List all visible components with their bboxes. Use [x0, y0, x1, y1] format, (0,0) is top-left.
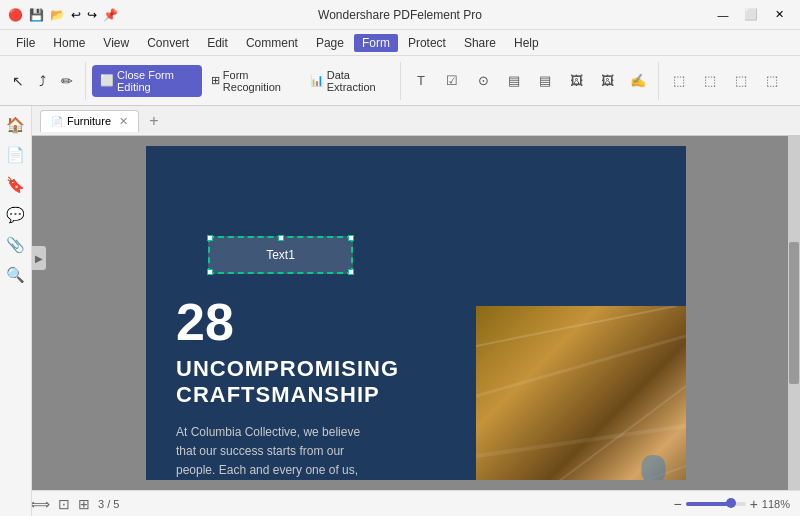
pin-icon[interactable]: 📌 — [103, 8, 118, 22]
maximize-button[interactable]: ⬜ — [738, 5, 764, 25]
menu-comment[interactable]: Comment — [238, 34, 306, 52]
scrollbar-thumb[interactable] — [789, 242, 799, 384]
extra-btn4[interactable]: ⬚ — [758, 67, 786, 95]
menu-home[interactable]: Home — [45, 34, 93, 52]
close-button[interactable]: ✕ — [766, 5, 792, 25]
title-bar: 🔴 💾 📂 ↩ ↪ 📌 Wondershare PDFelement Pro —… — [0, 0, 800, 30]
sign-btn[interactable]: ✍ — [624, 67, 652, 95]
tab-bar: 📄 Furniture ✕ + — [32, 106, 800, 136]
fit-width-icon[interactable]: ⟺ — [30, 496, 50, 512]
sidebar-attach-icon[interactable]: 📎 — [3, 232, 29, 258]
menu-help[interactable]: Help — [506, 34, 547, 52]
page-number: 28 — [176, 296, 656, 348]
list-btn[interactable]: ▤ — [531, 67, 559, 95]
page-text-content: 28 UNCOMPROMISING CRAFTSMANSHIP At Colum… — [176, 296, 656, 480]
zoom-slider[interactable] — [686, 502, 746, 506]
panel-expand-arrow[interactable]: ▶ — [32, 246, 46, 270]
page-heading: UNCOMPROMISING CRAFTSMANSHIP — [176, 356, 656, 409]
view-mode-icon[interactable]: ⊡ — [58, 496, 70, 512]
zoom-level: 118% — [762, 498, 790, 510]
pdf-page: Text1 👤 28 UNCOMPROMISING — [146, 146, 686, 480]
zoom-out-btn[interactable]: − — [673, 496, 681, 512]
tab-label: Furniture — [67, 115, 111, 127]
redo-icon[interactable]: ↪ — [87, 8, 97, 22]
statusbar-right: − + 118% — [673, 496, 790, 512]
open-icon[interactable]: 📂 — [50, 8, 65, 22]
sidebar-bookmark-icon[interactable]: 🔖 — [3, 172, 29, 198]
combo-btn[interactable]: ▤ — [500, 67, 528, 95]
toolbar-group-insert: T ☑ ⊙ ▤ ▤ 🖼 🖼 ✍ — [407, 62, 659, 100]
toolbar-group-extra: ⬚ ⬚ ⬚ ⬚ — [665, 62, 792, 100]
data-extraction-button[interactable]: 📊 Data Extraction — [304, 66, 394, 96]
main-content-area: Text1 👤 28 UNCOMPROMISING — [32, 136, 800, 490]
text-field-btn[interactable]: T — [407, 67, 435, 95]
select-tool-btn[interactable]: ↖ — [6, 70, 30, 92]
text-field-label: Text1 — [266, 248, 295, 262]
menu-share[interactable]: Share — [456, 34, 504, 52]
form-toolbar: ↖ ⤴ ✏ ⬜ Close Form Editing ⊞ Form Recogn… — [0, 56, 800, 106]
undo-icon[interactable]: ↩ — [71, 8, 81, 22]
select-icon: ↖ — [12, 73, 24, 89]
vertical-scrollbar[interactable] — [788, 136, 800, 490]
image-btn[interactable]: 🖼 — [562, 67, 590, 95]
sidebar-home-icon[interactable]: 🏠 — [3, 112, 29, 138]
zoom-handle[interactable] — [726, 498, 736, 508]
resize-handle-br[interactable] — [348, 269, 354, 275]
radio-btn[interactable]: ⊙ — [469, 67, 497, 95]
page-paragraph1: At Columbia Collective, we believe that … — [176, 423, 376, 480]
menu-edit[interactable]: Edit — [199, 34, 236, 52]
pencil-icon: ✏ — [61, 73, 73, 89]
photo-btn[interactable]: 🖼 — [593, 67, 621, 95]
sidebar-comment-icon[interactable]: 💬 — [3, 202, 29, 228]
status-bar: ⊞ ⟺ ⊡ ⊞ 3 / 5 − + 118% — [0, 490, 800, 516]
text-cursor-icon: ⤴ — [39, 73, 46, 89]
extra-btn3[interactable]: ⬚ — [727, 67, 755, 95]
left-sidebar: 🏠 📄 🔖 💬 📎 🔍 — [0, 106, 32, 516]
zoom-fill — [686, 502, 728, 506]
app-icon: 🔴 — [8, 8, 23, 22]
minimize-button[interactable]: — — [710, 5, 736, 25]
menu-page[interactable]: Page — [308, 34, 352, 52]
zoom-in-btn[interactable]: + — [750, 496, 758, 512]
doc-icon: 📄 — [51, 116, 63, 127]
close-form-label: Close Form Editing — [117, 69, 194, 93]
toolbar-group-main: ↖ ⤴ ✏ — [6, 62, 86, 100]
text-tool-btn[interactable]: ⤴ — [33, 70, 52, 92]
add-tab-btn[interactable]: + — [143, 110, 165, 132]
page-info: 3 / 5 — [98, 498, 119, 510]
resize-handle-tr[interactable] — [348, 235, 354, 241]
resize-handle-tl[interactable] — [207, 235, 213, 241]
data-extraction-label: Data Extraction — [327, 69, 388, 93]
pencil-tool-btn[interactable]: ✏ — [55, 70, 79, 92]
menu-view[interactable]: View — [95, 34, 137, 52]
menu-protect[interactable]: Protect — [400, 34, 454, 52]
grid-view-icon[interactable]: ⊞ — [78, 496, 90, 512]
heading-line2: CRAFTSMANSHIP — [176, 382, 656, 408]
window-controls: — ⬜ ✕ — [710, 5, 792, 25]
menu-bar: File Home View Convert Edit Comment Page… — [0, 30, 800, 56]
titlebar-left: 🔴 💾 📂 ↩ ↪ 📌 — [8, 8, 118, 22]
resize-handle-bl[interactable] — [207, 269, 213, 275]
furniture-tab[interactable]: 📄 Furniture ✕ — [40, 110, 139, 132]
sidebar-pages-icon[interactable]: 📄 — [3, 142, 29, 168]
resize-handle-tm[interactable] — [278, 235, 284, 241]
form-recognition-button[interactable]: ⊞ Form Recognition — [205, 66, 301, 96]
menu-convert[interactable]: Convert — [139, 34, 197, 52]
checkbox-btn[interactable]: ☑ — [438, 67, 466, 95]
sidebar-search-icon[interactable]: 🔍 — [3, 262, 29, 288]
toolbar-group-form: ⬜ Close Form Editing ⊞ Form Recognition … — [92, 62, 401, 100]
extra-btn2[interactable]: ⬚ — [696, 67, 724, 95]
data-extraction-icon: 📊 — [310, 74, 324, 87]
form-recognition-icon: ⊞ — [211, 74, 220, 87]
save-icon[interactable]: 💾 — [29, 8, 44, 22]
text-field-widget[interactable]: Text1 — [208, 236, 353, 274]
menu-form[interactable]: Form — [354, 34, 398, 52]
heading-line1: UNCOMPROMISING — [176, 356, 656, 382]
menu-file[interactable]: File — [8, 34, 43, 52]
extra-btn1[interactable]: ⬚ — [665, 67, 693, 95]
tab-close-btn[interactable]: ✕ — [119, 115, 128, 128]
close-form-editing-button[interactable]: ⬜ Close Form Editing — [92, 65, 202, 97]
window-title: Wondershare PDFelement Pro — [318, 8, 482, 22]
close-form-icon: ⬜ — [100, 74, 114, 87]
form-recognition-label: Form Recognition — [223, 69, 295, 93]
